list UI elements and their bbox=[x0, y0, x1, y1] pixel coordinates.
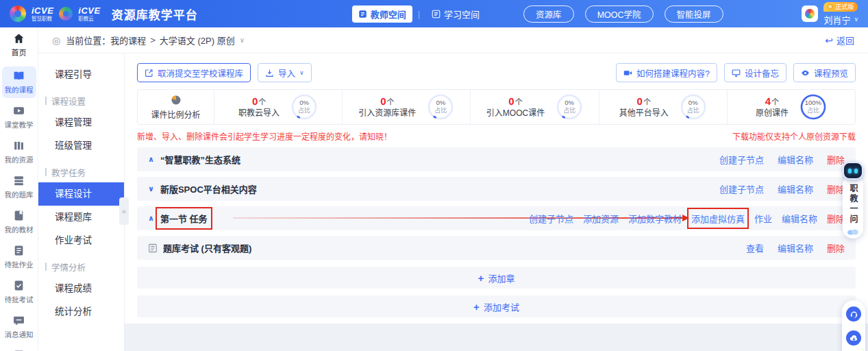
customer-service-button[interactable] bbox=[846, 306, 861, 322]
menu-item-statistical-analysis[interactable]: 统计分析 bbox=[38, 300, 124, 324]
add-digital-textbook-link[interactable]: 添加数字教材 bbox=[628, 212, 682, 225]
ai-assistant-widget[interactable]: 职教一问 bbox=[841, 162, 865, 239]
ratio-ring: 0%占比 bbox=[556, 93, 583, 121]
stat-count: 0 bbox=[380, 95, 386, 107]
expand-caret-icon[interactable]: ∨ bbox=[148, 184, 154, 193]
menu-section-teaching-tasks: 教学任务 bbox=[38, 162, 124, 182]
video-play-icon bbox=[13, 105, 25, 117]
edition-badge: 正式版 bbox=[823, 2, 858, 12]
view-link[interactable]: 查看 bbox=[746, 241, 764, 254]
design-memo-button[interactable]: 设计备忘 bbox=[724, 63, 786, 82]
smart-screencast-button[interactable]: 智能投屏 bbox=[665, 5, 723, 23]
chevron-down-icon: ∨ bbox=[854, 16, 858, 23]
mooc-academy-button[interactable]: MOOC学院 bbox=[585, 5, 654, 23]
cloud-icon bbox=[847, 228, 859, 235]
sidebar-item-my-courses[interactable]: 我的课程 bbox=[2, 66, 36, 98]
export-doc-icon bbox=[145, 69, 153, 77]
chat-bubble-icon bbox=[13, 315, 25, 326]
back-button[interactable]: ↩ 返回 bbox=[825, 34, 854, 47]
delete-link[interactable]: 删除 bbox=[827, 241, 845, 254]
question-bank-icon bbox=[13, 175, 25, 186]
assistant-label: 职教一问 bbox=[849, 184, 857, 225]
sidebar-item-pending-homework[interactable]: 待批作业 bbox=[2, 241, 36, 273]
sidebar-item-my-textbooks[interactable]: 我的教材 bbox=[2, 206, 36, 238]
sidebar-item-home-label: 首页 bbox=[12, 47, 27, 58]
import-download-icon bbox=[265, 69, 274, 77]
collapse-caret-icon[interactable]: ∧ bbox=[148, 155, 154, 164]
menu-item-course-guide[interactable]: 课程引导 bbox=[38, 63, 124, 86]
brand: iCVE 智慧职教 iCVE 职教云 资源库教学平台 bbox=[10, 5, 198, 23]
sidebar-item-data-statistics[interactable]: 数据统计 bbox=[2, 346, 36, 351]
menu-item-course-design[interactable]: 课程设计 bbox=[38, 182, 124, 206]
create-child-node-link[interactable]: 创建子节点 bbox=[529, 212, 573, 225]
sidebar-item-classroom-teaching[interactable]: 课堂教学 bbox=[2, 101, 36, 133]
breadcrumb-root[interactable]: 我的课程 bbox=[110, 34, 146, 47]
menu-item-course-question-bank[interactable]: 课程题库 bbox=[38, 206, 124, 229]
edit-name-link[interactable]: 编辑名称 bbox=[782, 212, 817, 225]
course-preview-button[interactable]: 课程预览 bbox=[793, 63, 856, 82]
cloud-download-button[interactable] bbox=[846, 330, 861, 346]
stat-count: 4 bbox=[765, 95, 771, 107]
edit-name-link[interactable]: 编辑名称 bbox=[778, 241, 813, 254]
plus-icon: + bbox=[473, 301, 480, 313]
logo-primary-sub: 智慧职教 bbox=[32, 16, 53, 22]
add-virtual-simulation-link annotation-target[interactable]: 添加虚拟仿真 bbox=[691, 212, 745, 225]
stat-count: 0 bbox=[508, 95, 514, 107]
sidebar-item-pending-exams[interactable]: 待批考试 bbox=[2, 276, 36, 308]
notice-left: 新增、导入、删除课件会引起学生学习进度一定程度的变化，请知晓！ bbox=[137, 130, 392, 142]
section-bar bbox=[45, 97, 47, 105]
ratio-ring: 0%占比 bbox=[680, 93, 707, 121]
sidebar-item-label: 待批考试 bbox=[5, 294, 34, 304]
assistant-pill: 职教一问 bbox=[843, 174, 863, 239]
nav-separator: | bbox=[418, 9, 420, 19]
menu-item-class-management[interactable]: 班级管理 bbox=[38, 134, 124, 158]
app-header: iCVE 智慧职教 iCVE 职教云 资源库教学平台 教师空间 | 学习空间 资… bbox=[0, 0, 868, 27]
tab-teacher-space-label: 教师空间 bbox=[371, 8, 406, 21]
sidebar-collapse-handle[interactable]: « bbox=[119, 197, 129, 225]
sidebar-item-my-question-bank[interactable]: 我的题库 bbox=[2, 171, 36, 203]
cloud-download-icon bbox=[850, 334, 858, 343]
tab-teacher-space[interactable]: 教师空间 bbox=[352, 5, 412, 23]
import-button[interactable]: 导入 ∨ bbox=[258, 63, 312, 82]
sidebar-item-label: 我的题库 bbox=[5, 189, 34, 199]
ratio-ring: 0%占比 bbox=[427, 93, 454, 121]
quick-action-panel bbox=[842, 300, 865, 351]
menu-item-course-management[interactable]: 课程管理 bbox=[38, 111, 124, 134]
resource-library-button[interactable]: 资源库 bbox=[523, 5, 574, 23]
eye-icon bbox=[801, 69, 810, 77]
create-child-node-link[interactable]: 创建子节点 bbox=[719, 153, 764, 166]
how-to-build-button[interactable]: 如何搭建课程内容? bbox=[616, 63, 717, 82]
video-camera-icon bbox=[623, 69, 632, 77]
sidebar-item-my-resources[interactable]: 我的资源 bbox=[2, 136, 36, 168]
add-exam-button[interactable]: + 添加考试 bbox=[137, 295, 856, 317]
location-icon: ◎ bbox=[52, 35, 60, 46]
sidebar-item-messages[interactable]: 消息通知 bbox=[2, 311, 36, 343]
sidebar-item-home[interactable]: 首页 bbox=[12, 33, 27, 58]
sidebar-item-label: 待批作业 bbox=[5, 259, 34, 269]
menu-item-homework-exam[interactable]: 作业考试 bbox=[38, 229, 124, 252]
cancel-submit-button[interactable]: 取消提交至学校课程库 bbox=[137, 63, 251, 82]
homework-doc-icon bbox=[13, 245, 25, 256]
breadcrumb-caret-icon[interactable]: ∨ bbox=[240, 36, 245, 44]
add-chapter-button[interactable]: + 添加章 bbox=[137, 267, 856, 289]
menu-item-course-grades[interactable]: 课程成绩 bbox=[38, 277, 124, 300]
add-exam-label: 添加考试 bbox=[484, 300, 519, 313]
collapse-caret-icon[interactable]: ∧ bbox=[148, 214, 154, 223]
stat-label: 职教云导入 bbox=[238, 109, 280, 119]
section-bar bbox=[45, 263, 47, 271]
exam-title: 题库考试 (只有客观题) bbox=[163, 241, 251, 254]
back-label: 返回 bbox=[836, 34, 854, 47]
back-icon: ↩ bbox=[825, 35, 833, 46]
tab-learning-space[interactable]: 学习空间 bbox=[425, 5, 486, 23]
avatar[interactable] bbox=[802, 5, 818, 22]
edit-name-link[interactable]: 编辑名称 bbox=[778, 153, 813, 166]
create-child-node-link[interactable]: 创建子节点 bbox=[719, 182, 764, 195]
icve-zhihui-logo-text: iCVE 智慧职教 bbox=[32, 6, 53, 22]
logo-secondary-sub: 职教云 bbox=[78, 16, 100, 22]
edit-name-link[interactable]: 编辑名称 bbox=[778, 182, 813, 195]
learning-space-icon bbox=[432, 10, 441, 19]
homework-link[interactable]: 作业 bbox=[754, 212, 772, 225]
add-resource-link[interactable]: 添加资源 bbox=[583, 212, 619, 225]
user-menu[interactable]: 刘肖宁 ∨ bbox=[823, 13, 858, 26]
space-switcher: 教师空间 | 学习空间 bbox=[352, 5, 486, 23]
